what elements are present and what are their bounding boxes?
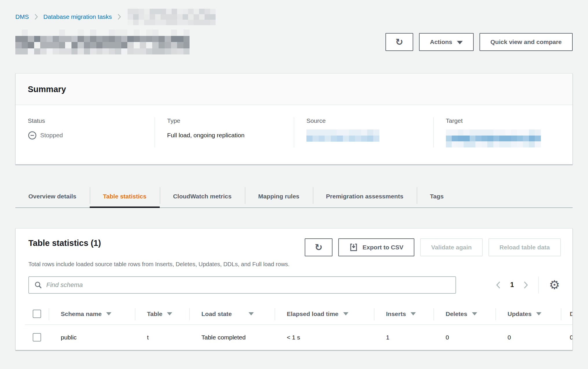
refresh-icon: ↻ bbox=[315, 243, 322, 252]
status-value: Stopped bbox=[40, 132, 63, 139]
column-header-schema-name[interactable]: Schema name bbox=[49, 304, 135, 324]
preferences-button[interactable]: ⚙ bbox=[545, 276, 564, 294]
reload-table-data-button[interactable]: Reload table data bbox=[488, 238, 561, 256]
column-label: Updates bbox=[508, 310, 532, 317]
actions-dropdown-button[interactable]: Actions bbox=[419, 33, 474, 51]
search-input[interactable] bbox=[46, 281, 450, 289]
column-label: Load state bbox=[201, 310, 232, 317]
column-header-load-state[interactable]: Load state bbox=[189, 304, 275, 324]
column-label: Table bbox=[147, 310, 162, 317]
tab-cloudwatch-metrics[interactable]: CloudWatch metrics bbox=[160, 185, 245, 207]
sort-icon bbox=[249, 312, 254, 315]
table-row[interactable]: public t Table completed < 1 s 1 0 0 0 bbox=[25, 325, 573, 350]
cell-table: t bbox=[135, 334, 189, 341]
table-refresh-button[interactable]: ↻ bbox=[305, 238, 332, 256]
previous-page-button[interactable] bbox=[490, 277, 506, 293]
page-header: ↻ Actions Quick view and compare bbox=[15, 28, 573, 56]
table-statistics-header: Table statistics (1) ↻ Export to CSV Val… bbox=[16, 229, 572, 256]
row-select-cell bbox=[25, 333, 49, 341]
column-header-ddls-clipped[interactable]: D bbox=[561, 304, 573, 324]
quick-view-and-compare-button[interactable]: Quick view and compare bbox=[479, 33, 573, 51]
breadcrumb-database-migration-tasks[interactable]: Database migration tasks bbox=[43, 13, 112, 20]
redacted-task-name-title bbox=[15, 30, 190, 54]
cell-inserts: 1 bbox=[374, 334, 433, 341]
cell-elapsed-load-time: < 1 s bbox=[275, 334, 374, 341]
actions-button-label: Actions bbox=[430, 39, 452, 45]
export-to-csv-label: Export to CSV bbox=[363, 244, 403, 251]
redacted-source-endpoint-link[interactable] bbox=[306, 129, 379, 142]
task-detail-tabs: Overview details Table statistics CloudW… bbox=[15, 185, 573, 208]
column-header-elapsed-load-time[interactable]: Elapsed load time bbox=[275, 304, 374, 324]
caret-down-icon bbox=[457, 41, 463, 44]
source-label: Source bbox=[306, 117, 433, 124]
validate-again-button[interactable]: Validate again bbox=[420, 238, 483, 256]
summary-field-source: Source bbox=[294, 117, 433, 147]
sort-icon bbox=[411, 312, 416, 315]
find-schema-search-box[interactable] bbox=[28, 276, 456, 294]
sort-icon bbox=[167, 312, 172, 315]
chevron-right-icon bbox=[523, 281, 529, 289]
gear-icon: ⚙ bbox=[549, 279, 560, 291]
refresh-icon: ↻ bbox=[395, 37, 403, 47]
cell-updates: 0 bbox=[495, 334, 561, 341]
tab-premigration-assessments[interactable]: Premigration assessments bbox=[313, 185, 417, 207]
summary-panel-header: Summary bbox=[16, 74, 572, 105]
cell-deletes: 0 bbox=[433, 334, 495, 341]
pagination: 1 ⚙ bbox=[490, 276, 564, 294]
tab-overview-details[interactable]: Overview details bbox=[15, 185, 90, 207]
summary-field-type: Type Full load, ongoing replication bbox=[155, 117, 294, 147]
chevron-right-icon bbox=[117, 13, 121, 20]
table-controls: 1 ⚙ bbox=[16, 268, 572, 294]
target-label: Target bbox=[446, 117, 573, 124]
chevron-left-icon bbox=[495, 281, 501, 289]
dms-task-page: DMS Database migration tasks ↻ Actions Q… bbox=[0, 0, 588, 369]
column-label: D bbox=[570, 310, 573, 317]
column-header-deletes[interactable]: Deletes bbox=[433, 304, 495, 324]
status-label: Status bbox=[28, 117, 155, 124]
table-statistics-title: Table statistics (1) bbox=[28, 238, 101, 248]
column-header-table[interactable]: Table bbox=[135, 304, 189, 324]
current-page-number[interactable]: 1 bbox=[510, 281, 514, 289]
cell-schema-name: public bbox=[49, 334, 135, 341]
table-scroll-area[interactable]: Schema name Table Load state Elapsed loa… bbox=[25, 304, 573, 350]
redacted-target-endpoint-link[interactable] bbox=[446, 129, 541, 147]
validate-again-label: Validate again bbox=[431, 244, 472, 251]
tab-tags[interactable]: Tags bbox=[417, 185, 457, 207]
row-checkbox[interactable] bbox=[33, 333, 41, 341]
stopped-status-icon bbox=[28, 131, 37, 140]
quick-view-button-label: Quick view and compare bbox=[490, 39, 562, 45]
select-all-checkbox[interactable] bbox=[33, 310, 41, 318]
column-label: Deletes bbox=[446, 310, 467, 317]
export-to-csv-button[interactable]: Export to CSV bbox=[338, 238, 414, 256]
type-label: Type bbox=[167, 117, 294, 124]
column-header-updates[interactable]: Updates bbox=[495, 304, 561, 324]
refresh-button[interactable]: ↻ bbox=[385, 33, 413, 51]
sort-icon bbox=[472, 312, 477, 315]
sort-icon bbox=[343, 312, 348, 315]
download-icon bbox=[349, 243, 358, 252]
tab-mapping-rules[interactable]: Mapping rules bbox=[245, 185, 313, 207]
next-page-button[interactable] bbox=[518, 277, 534, 293]
search-icon bbox=[34, 281, 42, 289]
summary-grid: Status Stopped Type Full load, ongoing r… bbox=[16, 105, 572, 164]
summary-field-target: Target bbox=[433, 117, 573, 147]
cell-load-state: Table completed bbox=[189, 334, 275, 341]
table-statistics-panel: Table statistics (1) ↻ Export to CSV Val… bbox=[15, 228, 573, 350]
select-all-cell bbox=[25, 304, 49, 324]
chevron-right-icon bbox=[34, 13, 38, 20]
column-label: Schema name bbox=[61, 310, 102, 317]
breadcrumb-dms[interactable]: DMS bbox=[15, 13, 29, 20]
table-actions: ↻ Export to CSV Validate again Reload ta… bbox=[305, 238, 561, 256]
cell-ddls: 0 bbox=[561, 334, 573, 341]
table-statistics-table: Schema name Table Load state Elapsed loa… bbox=[25, 304, 573, 350]
divider bbox=[538, 277, 539, 293]
column-header-inserts[interactable]: Inserts bbox=[374, 304, 433, 324]
summary-field-status: Status Stopped bbox=[16, 117, 155, 147]
column-label: Elapsed load time bbox=[287, 310, 339, 317]
tab-table-statistics[interactable]: Table statistics bbox=[90, 185, 160, 207]
summary-panel: Summary Status Stopped Type Full load, o… bbox=[15, 73, 573, 165]
table-statistics-description: Total rows include loaded source table r… bbox=[16, 261, 572, 268]
column-label: Inserts bbox=[386, 310, 406, 317]
type-value: Full load, ongoing replication bbox=[167, 132, 245, 139]
breadcrumb: DMS Database migration tasks bbox=[15, 0, 573, 24]
